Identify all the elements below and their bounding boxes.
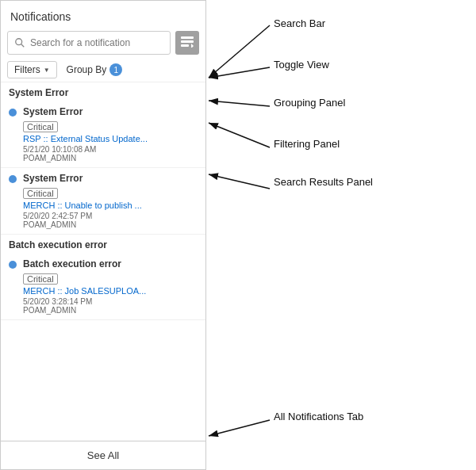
annotation-filtering-panel: Filtering Panel — [274, 138, 340, 150]
notification-message: RSP :: External Status Update... — [23, 134, 198, 143]
annotation-search-bar: Search Bar — [274, 17, 325, 29]
group-header-system-error: System Error — [1, 82, 205, 101]
search-icon — [14, 37, 25, 48]
notification-timestamp: 5/20/20 3:28:14 PM — [23, 297, 198, 306]
notification-user: POAM_ADMIN — [23, 154, 198, 162]
notification-content: System Error Critical MERCH :: Unable to… — [23, 173, 198, 229]
annotation-grouping-panel: Grouping Panel — [274, 97, 345, 109]
annotations-area: Search Bar Toggle View Grouping Panel Fi… — [206, 0, 476, 470]
notification-title: System Error — [23, 173, 198, 184]
list-item[interactable]: System Error Critical MERCH :: Unable to… — [1, 168, 205, 235]
svg-marker-5 — [191, 44, 194, 48]
toggle-view-icon — [181, 36, 194, 49]
unread-dot — [9, 109, 17, 117]
notification-message: MERCH :: Unable to publish ... — [23, 201, 198, 210]
svg-rect-3 — [181, 40, 194, 43]
filter-chevron-icon: ▼ — [44, 67, 50, 74]
search-input[interactable] — [30, 37, 163, 48]
svg-rect-2 — [181, 36, 194, 39]
severity-badge: Critical — [23, 121, 58, 132]
see-all-label: See All — [87, 449, 119, 461]
filters-label: Filters — [14, 64, 40, 75]
group-by-badge: 1 — [109, 63, 122, 76]
notification-title: Batch execution error — [23, 258, 198, 269]
group-by-label: Group By — [67, 64, 107, 75]
svg-line-7 — [209, 25, 270, 78]
group-by-button[interactable]: Group By 1 — [63, 61, 126, 78]
notification-timestamp: 5/21/20 10:10:08 AM — [23, 145, 198, 154]
notification-content: System Error Critical RSP :: External St… — [23, 106, 198, 162]
search-input-wrapper[interactable] — [7, 31, 171, 55]
notification-title: System Error — [23, 106, 198, 117]
svg-rect-4 — [181, 44, 189, 47]
svg-line-9 — [209, 101, 270, 106]
svg-point-0 — [16, 39, 22, 45]
svg-line-10 — [209, 123, 270, 147]
svg-line-12 — [209, 420, 270, 436]
see-all-button[interactable]: See All — [1, 441, 205, 469]
severity-badge: Critical — [23, 273, 58, 285]
notification-user: POAM_ADMIN — [23, 220, 198, 229]
filters-button[interactable]: Filters ▼ — [7, 61, 57, 78]
notification-message: MERCH :: Job SALESUPLOA... — [23, 286, 198, 296]
annotation-arrows — [206, 0, 476, 470]
annotation-all-notifications: All Notifications Tab — [274, 411, 363, 422]
list-item[interactable]: Batch execution error Critical MERCH :: … — [1, 254, 205, 320]
notifications-scroll-area[interactable]: System Error System Error Critical RSP :… — [1, 82, 205, 441]
svg-line-11 — [209, 174, 270, 189]
filter-row: Filters ▼ Group By 1 — [1, 58, 205, 82]
notifications-panel: Notifications — [0, 0, 206, 470]
panel-title: Notifications — [1, 1, 205, 28]
search-bar-row — [1, 28, 205, 58]
list-item[interactable]: System Error Critical RSP :: External St… — [1, 101, 205, 168]
svg-line-1 — [21, 44, 25, 48]
svg-line-8 — [209, 67, 270, 78]
toggle-view-button[interactable] — [175, 31, 199, 55]
unread-dot — [9, 175, 17, 183]
unread-dot — [9, 261, 17, 269]
notification-content: Batch execution error Critical MERCH :: … — [23, 258, 198, 315]
notification-timestamp: 5/20/20 2:42:57 PM — [23, 212, 198, 220]
annotation-toggle-view: Toggle View — [274, 59, 329, 71]
notification-user: POAM_ADMIN — [23, 306, 198, 315]
annotation-search-results: Search Results Panel — [274, 176, 373, 188]
group-header-batch-error: Batch execution error — [1, 235, 205, 254]
severity-badge: Critical — [23, 188, 58, 199]
